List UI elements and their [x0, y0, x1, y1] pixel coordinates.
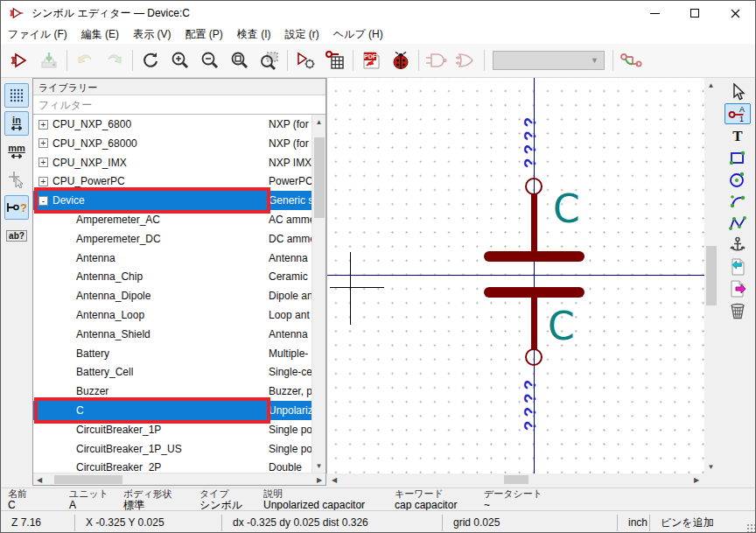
library-vertical-scrollbar[interactable]: ▲ ▼: [312, 115, 326, 473]
canvas-horizontal-scrollbar[interactable]: ◀ ▶: [326, 473, 704, 486]
demorgan-alternate-button[interactable]: [452, 46, 481, 74]
symbol-properties-button[interactable]: [290, 46, 320, 74]
cursor-shape-button[interactable]: [4, 167, 29, 192]
pin-table-button[interactable]: [320, 46, 350, 74]
unit-select-dropdown[interactable]: ▼: [493, 51, 605, 70]
menu-place[interactable]: 配置 (P): [178, 25, 229, 44]
tree-item-label: CPU_NXP_6800: [52, 118, 131, 130]
scroll-right-icon: ▶: [692, 474, 701, 485]
svg-text:T: T: [732, 128, 743, 144]
zoom-selection-button[interactable]: [255, 46, 284, 74]
tree-row-CPU_NXP_IMX[interactable]: +CPU_NXP_IMXNXP IMX: [33, 153, 312, 172]
save-button[interactable]: [34, 46, 64, 74]
export-pdf-button[interactable]: PDF: [356, 46, 386, 74]
expand-icon[interactable]: +: [38, 158, 48, 167]
rectangle-tool-button[interactable]: [724, 147, 751, 168]
tree-row-CircuitBreaker_1P[interactable]: CircuitBreaker_1PSingle po: [33, 420, 312, 439]
zoom-in-button[interactable]: [165, 46, 195, 74]
titlebar: シンボル エディター — Device:C: [1, 1, 755, 25]
export-symbol-button[interactable]: [724, 278, 751, 299]
collapse-icon[interactable]: -: [38, 196, 48, 206]
library-filter-input[interactable]: [33, 95, 326, 115]
tree-row-CPU_NXP_6800[interactable]: +CPU_NXP_6800NXP (for: [33, 115, 312, 134]
maximize-button[interactable]: [675, 1, 715, 25]
tree-row-Antenna_Shield[interactable]: Antenna_ShieldAntenna: [33, 325, 312, 344]
zoom-fit-button[interactable]: [225, 46, 255, 74]
field-unit: ユニット A: [69, 488, 108, 510]
menu-file[interactable]: ファイル (F): [1, 25, 74, 44]
tree-row-Antenna[interactable]: AntennaAntenna: [33, 249, 312, 268]
expand-icon[interactable]: +: [38, 177, 48, 186]
expand-icon[interactable]: +: [38, 120, 48, 130]
tree-row-CPU_NXP_68000[interactable]: +CPU_NXP_68000NXP (for: [33, 134, 312, 153]
cursor-crosshair-horizontal: [330, 287, 384, 288]
right-toolbar: A 1 T: [718, 78, 756, 487]
tree-row-CPU_PowerPC[interactable]: +CPU_PowerPCPowerPC: [33, 172, 312, 191]
redo-button[interactable]: [100, 46, 130, 74]
tree-row-CircuitBreaker_2P[interactable]: CircuitBreaker_2PDouble: [33, 458, 312, 473]
tree-row-CircuitBreaker_1P_US[interactable]: CircuitBreaker_1P_USSingle po: [33, 439, 312, 459]
tree-item-description: Unpolariz: [269, 404, 312, 417]
scrollbar-thumb[interactable]: [504, 475, 528, 484]
tree-row-Amperemeter_DC[interactable]: Amperemeter_DCDC amme: [33, 229, 312, 249]
menu-help[interactable]: ヘルプ (H): [326, 25, 390, 44]
menu-preferences[interactable]: 設定 (r): [277, 25, 326, 44]
editor-canvas[interactable]: ???? ???? C C: [326, 78, 704, 473]
toolbar-separator: [132, 50, 133, 71]
menu-edit[interactable]: 編集 (E): [74, 25, 126, 44]
delete-tool-button[interactable]: [724, 300, 751, 321]
units-inch-button[interactable]: in: [4, 111, 29, 136]
zoom-fit-icon: [229, 50, 250, 71]
field-type: タイプ シンボル: [200, 488, 242, 510]
units-mm-button[interactable]: mm: [4, 139, 29, 164]
show-hidden-pins-button[interactable]: ?: [4, 195, 29, 220]
tree-row-Buzzer[interactable]: BuzzerBuzzer, p: [33, 382, 312, 401]
minimize-button[interactable]: [634, 1, 675, 25]
scrollbar-thumb[interactable]: [314, 137, 325, 218]
scrollbar-thumb[interactable]: [706, 246, 717, 305]
tree-row-Antenna_Dipole[interactable]: Antenna_DipoleDipole an: [33, 286, 312, 305]
select-tool-button[interactable]: [724, 81, 751, 102]
tree-item-label: CPU_NXP_IMX: [52, 157, 127, 169]
tree-row-Device[interactable]: -DeviceGeneric s: [33, 191, 312, 210]
erc-check-button[interactable]: [386, 46, 416, 74]
toolbar-separator: [484, 50, 485, 71]
tree-row-Antenna_Chip[interactable]: Antenna_ChipCeramic: [33, 267, 312, 286]
library-horizontal-scrollbar[interactable]: ◀ ▶: [33, 473, 326, 485]
pin-tool-button[interactable]: A 1: [724, 103, 751, 124]
tree-item-description: Single po: [269, 443, 312, 455]
resize-grip[interactable]: [746, 523, 755, 532]
menu-inspect[interactable]: 検査 (I): [230, 25, 278, 44]
show-pin-text-button[interactable]: ab?: [4, 223, 29, 248]
tree-row-Battery_Cell[interactable]: Battery_CellSingle-ce: [33, 362, 312, 382]
tree-item-description: Multiple-: [269, 347, 312, 360]
new-symbol-button[interactable]: [4, 46, 34, 74]
tree-row-Battery[interactable]: BatteryMultiple-: [33, 344, 312, 363]
polyline-tool-button[interactable]: [724, 213, 751, 234]
scrollbar-thumb[interactable]: [54, 475, 122, 484]
tree-row-Amperemeter_AC[interactable]: Amperemeter_ACAC amme: [33, 210, 312, 229]
tree-row-C[interactable]: CUnpolariz: [33, 401, 312, 420]
tree-row-Antenna_Loop[interactable]: Antenna_LoopLoop ant: [33, 305, 312, 325]
text-tool-button[interactable]: T: [724, 125, 751, 146]
tree-item-description: Loop ant: [269, 309, 312, 321]
pin-edit-button[interactable]: [616, 46, 646, 74]
tree-item-description: Antenna: [269, 328, 312, 340]
canvas-vertical-scrollbar[interactable]: ▲ ▼: [704, 78, 718, 473]
arc-tool-icon: [729, 193, 746, 210]
close-button[interactable]: [715, 1, 755, 25]
arc-tool-button[interactable]: [724, 191, 751, 212]
undo-button[interactable]: [70, 46, 100, 74]
tree-item-label: CircuitBreaker_1P_US: [76, 443, 182, 455]
tree-item-description: NXP (for: [269, 137, 312, 150]
zoom-out-button[interactable]: [195, 46, 225, 74]
menu-view[interactable]: 表示 (V): [126, 25, 178, 44]
capacitor-bottom-lead: [531, 298, 537, 350]
expand-icon[interactable]: +: [38, 138, 48, 148]
circle-tool-button[interactable]: [724, 169, 751, 190]
refresh-view-button[interactable]: [136, 46, 165, 74]
anchor-tool-button[interactable]: [724, 235, 751, 256]
import-symbol-button[interactable]: [724, 256, 751, 277]
grid-visibility-button[interactable]: [4, 83, 29, 108]
demorgan-standard-button[interactable]: [422, 46, 452, 74]
